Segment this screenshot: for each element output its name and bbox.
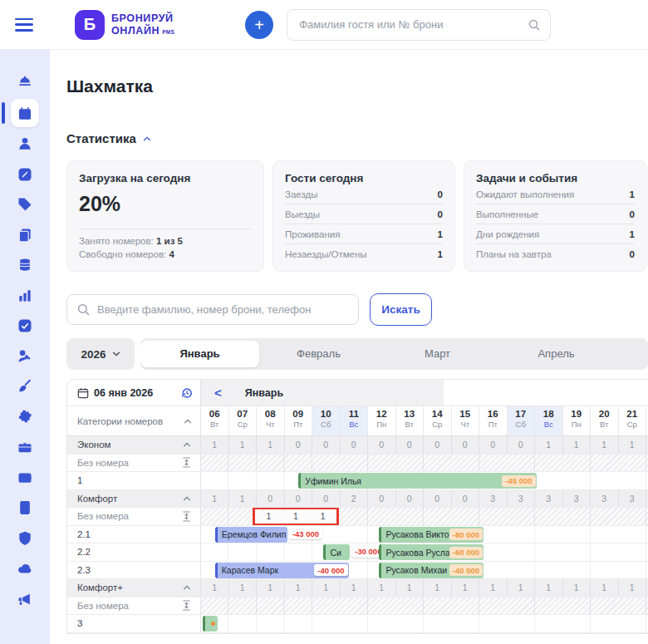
prev-month-button[interactable]: < xyxy=(214,386,222,400)
bell-icon xyxy=(17,75,33,91)
grid-date-cell: 06 янв 2026 xyxy=(67,380,201,406)
expand-vertical-icon[interactable] xyxy=(182,457,191,468)
grid-month-label: Январь xyxy=(245,387,283,399)
row-label[interactable]: Эконом xyxy=(67,436,201,454)
month-tab-январь[interactable]: Январь xyxy=(140,341,259,367)
row-label[interactable]: Комфорт xyxy=(67,490,201,508)
booking-bar[interactable]: Русакова Русла-60 000 xyxy=(379,544,484,560)
row-label: 2.3 xyxy=(67,562,201,579)
sidebar-item-calendar[interactable] xyxy=(0,99,50,130)
chevron-up-icon xyxy=(183,583,191,592)
month-strip: < Январь xyxy=(201,380,444,406)
day-column-18[interactable]: 18Вс xyxy=(535,406,563,435)
booking-bar[interactable]: Русакова Викто-80 000 xyxy=(379,527,484,543)
stats-section-header[interactable]: Статистика xyxy=(66,131,648,145)
day-column-10[interactable]: 10Сб xyxy=(312,406,341,435)
availability-cell: 1 xyxy=(229,579,258,597)
month-tab-апрель[interactable]: Апрель xyxy=(497,338,616,370)
booking-bar[interactable]: Еремцов Филип xyxy=(215,527,287,543)
row-label[interactable]: Комфорт+ xyxy=(67,579,201,597)
sidebar-item-broom[interactable] xyxy=(0,371,50,402)
availability-cell: 0 xyxy=(257,490,285,508)
sidebar-item-check-square[interactable] xyxy=(0,311,50,342)
day-column-08[interactable]: 08Чт xyxy=(257,406,285,435)
month-tab-май[interactable]: Май xyxy=(616,338,648,370)
day-column-15[interactable]: 15Чт xyxy=(452,406,480,435)
price-label: -45 000 xyxy=(502,475,535,487)
sidebar-item-percent[interactable] xyxy=(0,160,50,190)
booking-bar[interactable]: Уфимин Илья-45 000 xyxy=(298,473,536,489)
availability-cell: 0 xyxy=(312,436,341,454)
days-header: 06Вт07Ср08Чт09Пт10Сб11Вс12Пн13Вт14Ср15Чт… xyxy=(201,406,648,435)
availability-cell: 1 xyxy=(619,436,647,454)
day-column-21[interactable]: 21Ср xyxy=(619,406,647,435)
expand-vertical-icon[interactable] xyxy=(182,600,191,611)
day-column-17[interactable]: 17Сб xyxy=(508,406,536,435)
calendar-icon xyxy=(17,106,33,122)
booking-bar[interactable]: Русаков Михаи-40 000 xyxy=(379,563,484,578)
availability-cell: 0 xyxy=(424,490,452,508)
day-column-16[interactable]: 16Пт xyxy=(479,406,508,435)
day-column-06[interactable]: 06Вт xyxy=(201,406,229,435)
availability-cell: 0 xyxy=(396,436,425,454)
availability-cell: 1 xyxy=(201,579,229,597)
sidebar-item-gear[interactable] xyxy=(0,402,50,433)
sidebar xyxy=(0,50,50,644)
availability-cell: 0 xyxy=(424,436,452,454)
day-column-11[interactable]: 11Вс xyxy=(341,406,369,435)
booking-bar[interactable] xyxy=(203,616,218,632)
booking-grid: 06 янв 2026 < Январь Категории номеро xyxy=(66,379,648,634)
search-icon xyxy=(528,18,541,32)
stat-row: Проживания1 xyxy=(285,224,443,244)
day-column-13[interactable]: 13Вт xyxy=(396,406,425,435)
sidebar-item-tag[interactable] xyxy=(0,189,50,220)
sidebar-item-cloud[interactable] xyxy=(0,553,50,584)
current-date-label[interactable]: 06 янв 2026 xyxy=(94,387,153,399)
grid-row-1: 1Уфимин Илья-45 000 xyxy=(67,472,648,490)
availability-cell: 0 xyxy=(508,436,536,454)
day-column-07[interactable]: 07Ср xyxy=(229,406,258,435)
sidebar-item-bell[interactable] xyxy=(0,68,50,99)
search-button[interactable]: Искать xyxy=(370,293,432,326)
booking-search xyxy=(66,294,359,325)
availability-cell: 1 xyxy=(285,579,313,597)
sidebar-item-shield[interactable] xyxy=(0,524,50,554)
row-cells: 11111111111111111 xyxy=(201,579,648,597)
sidebar-item-chart[interactable] xyxy=(0,281,50,312)
month-tab-март[interactable]: Март xyxy=(378,338,497,370)
availability-cell: 1 xyxy=(396,579,425,597)
sidebar-item-wallet[interactable] xyxy=(0,463,50,494)
sidebar-item-documents[interactable] xyxy=(0,220,50,251)
availability-cell: 1 xyxy=(201,490,229,508)
sidebar-item-key[interactable] xyxy=(0,342,50,372)
create-booking-button[interactable]: + xyxy=(245,11,273,39)
grid-row-2.2: 2.2Си-30 000Русакова Русла-60 000 xyxy=(67,543,648,562)
sidebar-item-briefcase[interactable] xyxy=(0,432,50,463)
price-label: -60 000 xyxy=(449,547,483,558)
divider xyxy=(79,229,252,229)
booking-bar[interactable]: Карасев Марк-40 000 xyxy=(215,563,349,578)
month-tab-февраль[interactable]: Февраль xyxy=(259,338,378,370)
day-column-20[interactable]: 20Вт xyxy=(591,406,619,435)
days-header-row: Категории номеров 06Вт07Ср08Чт09Пт10Сб11… xyxy=(67,406,648,436)
menu-button[interactable] xyxy=(15,18,33,32)
sidebar-item-user[interactable] xyxy=(0,129,50,160)
day-column-09[interactable]: 09Пт xyxy=(285,406,313,435)
sidebar-item-calculator[interactable] xyxy=(0,493,50,524)
history-reset-button[interactable] xyxy=(180,386,194,400)
categories-header[interactable]: Категории номеров xyxy=(67,406,201,435)
row-cells: 111 xyxy=(201,508,648,525)
header-search-input[interactable] xyxy=(287,9,551,41)
booking-search-input[interactable] xyxy=(66,294,359,325)
sidebar-item-coins[interactable] xyxy=(0,250,50,281)
row-cells: Еремцов Филип-43 000Русакова Викто-80 00… xyxy=(201,526,648,543)
booking-bar[interactable]: Си xyxy=(323,544,350,560)
year-selector[interactable]: 2026 xyxy=(66,338,135,370)
day-column-19[interactable]: 19Пн xyxy=(563,406,592,435)
sidebar-item-megaphone[interactable] xyxy=(0,584,50,615)
occupancy-value: 20% xyxy=(79,192,252,216)
top-header: Б БРОНИРУЙ ОНЛАЙНPMS + xyxy=(0,0,648,50)
expand-vertical-icon[interactable] xyxy=(182,511,191,522)
day-column-12[interactable]: 12Пн xyxy=(368,406,396,435)
day-column-14[interactable]: 14Ср xyxy=(424,406,452,435)
